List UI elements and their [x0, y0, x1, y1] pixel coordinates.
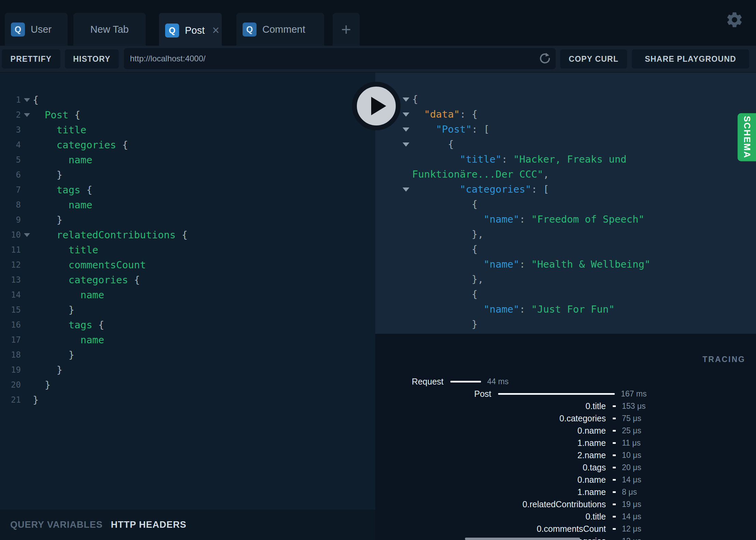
line-number: 4 — [0, 137, 21, 152]
trace-time: 20 μs — [622, 463, 641, 472]
copy-curl-button[interactable]: COPY CURL — [560, 49, 627, 69]
query-badge-icon: Q — [165, 24, 179, 38]
tracing-title: TRACING — [702, 355, 745, 364]
editor-line: 9 } — [0, 212, 375, 227]
editor-line: 7 tags { — [0, 182, 375, 197]
collapse-caret-icon[interactable] — [403, 97, 409, 102]
trace-time: 44 ms — [487, 377, 509, 386]
trace-row: 0.commentsCount12 μs — [375, 523, 756, 535]
response-line: } — [375, 317, 756, 332]
trace-label: Post — [375, 389, 491, 399]
line-number: 8 — [0, 197, 21, 212]
trace-duration-dash — [613, 479, 616, 481]
line-number: 6 — [0, 167, 21, 182]
fold-caret-icon[interactable] — [24, 113, 30, 117]
line-number: 3 — [0, 122, 21, 137]
trace-label: Request — [375, 377, 444, 387]
editor-line: 13 categories { — [0, 272, 375, 287]
horizontal-scrollbar[interactable] — [465, 538, 580, 540]
line-number: 18 — [0, 347, 21, 362]
trace-row: 0.name14 μs — [375, 474, 756, 486]
editor-line: 8 name — [0, 197, 375, 212]
close-icon[interactable]: × — [212, 24, 219, 36]
editor-line: 20 } — [0, 377, 375, 392]
trace-time: 12 μs — [622, 524, 641, 534]
endpoint-url-bar — [124, 48, 556, 69]
editor-line: 19 } — [0, 362, 375, 377]
line-number: 10 — [0, 227, 21, 242]
response-line: "title": "Hacker, Freaks und — [375, 152, 756, 167]
editor-line: 12 commentsCount — [0, 257, 375, 272]
response-line: { — [375, 287, 756, 302]
schema-tab-button[interactable]: SCHEMA — [738, 113, 756, 161]
tab-new-tab[interactable]: New Tab — [73, 13, 146, 46]
collapse-caret-icon[interactable] — [403, 188, 409, 192]
editor-line: 4 categories { — [0, 137, 375, 152]
response-line: }, — [375, 272, 756, 287]
prettify-button[interactable]: PRETTIFY — [2, 49, 60, 69]
response-line: }, — [375, 227, 756, 242]
execute-query-button[interactable] — [352, 82, 401, 130]
plus-icon: + — [341, 19, 351, 39]
history-button[interactable]: HISTORY — [65, 49, 119, 69]
trace-row: 0.relatedContributions19 μs — [375, 498, 756, 510]
collapse-caret-icon[interactable] — [403, 127, 409, 132]
line-number: 12 — [0, 257, 21, 272]
editor-line: 11 title — [0, 242, 375, 257]
trace-row: Post167 ms — [375, 388, 756, 400]
editor-line: 2 Post { — [0, 107, 375, 122]
tab-user[interactable]: Q User — [5, 13, 68, 46]
tab-label: Comment — [262, 24, 305, 35]
play-icon — [371, 97, 386, 115]
reload-icon — [538, 52, 552, 65]
line-number: 5 — [0, 152, 21, 167]
response-line: { — [375, 242, 756, 257]
editor-line: 15 } — [0, 302, 375, 317]
query-badge-icon: Q — [11, 22, 25, 36]
tab-query-variables[interactable]: QUERY VARIABLES — [10, 520, 103, 530]
trace-duration-dash — [613, 491, 616, 493]
collapse-caret-icon[interactable] — [403, 112, 409, 117]
trace-duration-dash — [613, 528, 616, 530]
editor-line: 16 tags { — [0, 317, 375, 332]
trace-duration-bar — [450, 381, 481, 382]
line-number: 1 — [0, 92, 21, 107]
new-tab-button[interactable]: + — [333, 13, 360, 46]
query-editor[interactable]: 1{2 Post {3 title4 categories {5 name6 }… — [0, 73, 375, 510]
trace-row: 0.categories75 μs — [375, 412, 756, 424]
trace-duration-dash — [613, 516, 616, 518]
trace-row: Request44 ms — [375, 375, 756, 388]
trace-time: 19 μs — [622, 500, 641, 509]
trace-row: 1.name11 μs — [375, 437, 756, 449]
editor-line: 10 relatedContributions { — [0, 227, 375, 242]
tab-post[interactable]: Q Post × — [159, 13, 222, 48]
tracing-rows: Request44 msPost167 ms0.title153 μs0.cat… — [375, 375, 756, 540]
trace-time: 11 μs — [622, 438, 641, 448]
response-line: { — [375, 137, 756, 152]
tab-comment[interactable]: Q Comment — [236, 13, 324, 46]
trace-duration-bar — [498, 393, 615, 395]
fold-caret-icon[interactable] — [24, 98, 30, 102]
response-line: "name": "Freedom of Speech" — [375, 212, 756, 227]
gear-icon — [725, 11, 744, 29]
tab-http-headers[interactable]: HTTP HEADERS — [111, 520, 187, 530]
settings-button[interactable] — [725, 11, 744, 29]
trace-time: 167 ms — [621, 389, 646, 399]
editor-line: 21} — [0, 392, 375, 407]
share-playground-button[interactable]: SHARE PLAYGROUND — [632, 49, 749, 69]
collapse-caret-icon[interactable] — [403, 142, 409, 147]
endpoint-url-input[interactable] — [124, 54, 538, 63]
response-line: "data": { — [375, 107, 756, 122]
editor-line: 14 name — [0, 287, 375, 302]
line-number: 11 — [0, 242, 21, 257]
line-number: 7 — [0, 182, 21, 197]
response-viewer: { "data": { "Post": [ { "title": "Hacker… — [375, 73, 756, 334]
query-badge-icon: Q — [243, 22, 257, 36]
trace-label: 0.tags — [375, 463, 606, 472]
fold-caret-icon[interactable] — [24, 233, 30, 237]
reload-schema-button[interactable] — [538, 52, 552, 65]
trace-time: 14 μs — [622, 475, 641, 484]
line-number: 13 — [0, 272, 21, 287]
response-line: { — [375, 197, 756, 212]
query-editor-lines: 1{2 Post {3 title4 categories {5 name6 }… — [0, 73, 375, 407]
